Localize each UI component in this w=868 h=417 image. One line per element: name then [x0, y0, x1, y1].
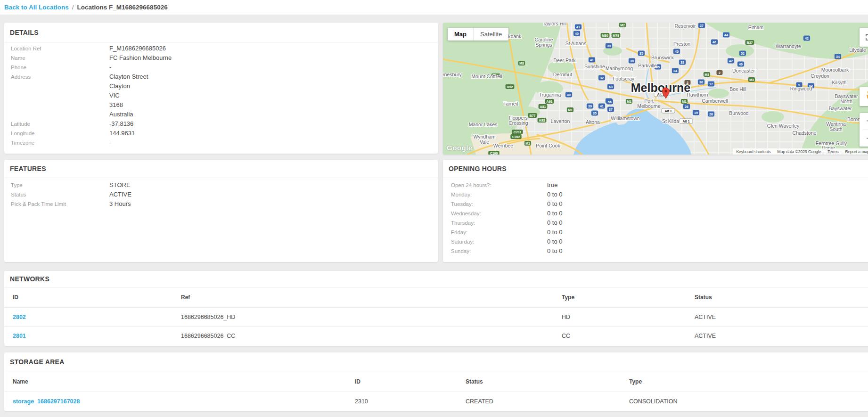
field-label: Friday: [443, 228, 547, 237]
field-row: Longitude144.9631 [4, 129, 438, 138]
field-value: Clayton Street Clayton VIC 3168 Australi… [109, 72, 148, 119]
table-cell-link[interactable]: 2802 [13, 314, 181, 320]
route-shield-label: 40 [567, 93, 571, 97]
field-label: Sunday: [443, 246, 547, 256]
column-header: ID [13, 294, 181, 301]
route-shield-label: Alt 1 [682, 120, 689, 123]
field-label: Type [4, 180, 109, 190]
table-cell: CC [562, 333, 695, 339]
route-shield-label: 39 [588, 105, 592, 108]
field-value: - [109, 138, 111, 147]
fullscreen-icon [865, 33, 868, 41]
route-shield-label: 39 [607, 44, 611, 48]
field-label: Latitude [4, 119, 109, 129]
table-row: 28021686296685026_HDHDACTIVE [4, 308, 868, 327]
zoom-in-button[interactable]: + [860, 113, 868, 130]
table-cell: 1686296685026_HD [181, 314, 562, 320]
field-label: Monday: [443, 190, 547, 199]
map-place-label: Deer Park [553, 57, 576, 63]
pegman-icon [866, 90, 868, 103]
field-value: 0 to 0 [547, 228, 563, 237]
map-attribution-item[interactable]: Report a map [842, 149, 868, 154]
table-cell-link[interactable]: 2801 [13, 333, 181, 339]
pegman-control[interactable] [860, 87, 868, 106]
field-value: F_M1686296685026 [109, 44, 166, 53]
zoom-out-button[interactable]: − [860, 130, 868, 147]
map-place-label: Manor Lakes [469, 122, 498, 127]
map-place-label: CarolineSprings [534, 37, 553, 48]
column-header: Type [629, 378, 868, 385]
map-place-label: Reservoir [675, 23, 696, 29]
field-label: Wednesday: [443, 209, 547, 218]
satellite-view-button[interactable]: Satellite [474, 28, 508, 41]
table-cell: HD [562, 314, 695, 320]
map-attribution-item[interactable]: Map data ©2023 Google [774, 149, 825, 154]
field-row: Pick & Pack Time Limit3 Hours [4, 199, 438, 209]
map-place-label: Preston [673, 41, 690, 47]
fullscreen-button[interactable] [860, 28, 868, 47]
field-value: 3 Hours [109, 199, 131, 209]
table-cell: 1686296685026_CC [181, 333, 562, 339]
route-shield-label: 34 [673, 69, 677, 73]
map-attribution: Keyboard shortcutsMap data ©2023 GoogleT… [733, 148, 868, 155]
map-view-button[interactable]: Map [448, 28, 474, 41]
field-value: 0 to 0 [547, 218, 563, 228]
field-row: Saturday:0 to 0 [443, 237, 868, 246]
column-header: Ref [181, 294, 562, 301]
networks-panel-title: NETWORKS [4, 271, 868, 287]
route-shield-label: M2 [620, 24, 625, 27]
field-row: Tuesday:0 to 0 [443, 199, 868, 209]
map-place-label: Eynesbury [443, 72, 462, 77]
map-place-label: Chadstone [793, 130, 817, 136]
table-cell: ACTIVE [695, 314, 868, 320]
table-cell-link[interactable]: storage_1686297167028 [13, 398, 355, 405]
map-place-label: Camberwell [702, 98, 728, 104]
map-place-label: Lilydale [849, 47, 866, 53]
map-place-label: Taylors Hill [543, 23, 567, 26]
features-panel-title: FEATURES [4, 160, 438, 178]
field-value: 144.9631 [109, 129, 135, 138]
map-place-label: Parkville [638, 63, 657, 68]
field-row: Friday:0 to 0 [443, 228, 868, 237]
route-shield-label: M3 [749, 78, 754, 82]
map-canvas[interactable]: M80M79M2M8A95B92A91A81B77A93C701C702C109… [443, 23, 868, 155]
map-place-label: Werribee [493, 143, 514, 148]
route-shield-label: 63 [609, 85, 613, 89]
route-shield-label: 40 [575, 32, 579, 35]
route-shield-label: 35 [593, 112, 597, 115]
map-place-label: Ringwood [790, 86, 812, 91]
table-cell: 2310 [355, 398, 466, 405]
route-shield-label: M80 [602, 34, 608, 37]
route-shield-label: A93 [539, 119, 545, 122]
map-place-label: Maribyrnong [606, 65, 633, 71]
route-shield-label: 42 [729, 59, 733, 63]
route-shield-label: M1 [682, 100, 687, 103]
route-shield-label: M1 [627, 100, 631, 103]
map-attribution-item[interactable]: Keyboard shortcuts [733, 149, 774, 154]
google-logo[interactable]: Google [447, 144, 473, 152]
features-panel: FEATURES TypeSTOREStatusACTIVEPick & Pac… [4, 160, 438, 262]
zoom-control: + − [860, 113, 868, 147]
map-attribution-item[interactable]: Terms [824, 149, 842, 154]
field-value: 0 to 0 [547, 209, 563, 218]
field-label: Longitude [4, 129, 109, 138]
breadcrumb-back-link[interactable]: Back to All Locations [4, 4, 69, 11]
map-panel[interactable]: M80M79M2M8A95B92A91A81B77A93C701C702C109… [443, 23, 868, 155]
storage-area-table: NameIDStatusTypestorage_1686297167028231… [4, 371, 868, 410]
field-row: Open 24 hours?:true [443, 180, 868, 190]
field-label: Name [4, 53, 109, 63]
storage-area-panel: STORAGE AREA NameIDStatusTypestorage_168… [4, 352, 868, 411]
map-place-label: Warrandyte [776, 43, 801, 49]
route-shield-label: 41 [590, 58, 594, 62]
table-header-row: IDRefTypeStatus [4, 287, 868, 308]
route-shield-label: 32 [600, 76, 604, 80]
route-shield-label: 37 [609, 108, 613, 111]
map-place-label: Point Cook [536, 143, 560, 148]
field-value: FC Fashion Melbourne [109, 53, 172, 63]
map-place-label: Laverton [551, 118, 570, 124]
field-label: Pick & Pack Time Limit [4, 199, 109, 209]
breadcrumb-current: Locations F_M1686296685026 [77, 4, 168, 11]
column-header: Status [466, 378, 629, 385]
opening-hours-panel: OPENING HOURS Open 24 hours?:trueMonday:… [443, 160, 868, 262]
route-shield-label: B77 [530, 114, 536, 117]
